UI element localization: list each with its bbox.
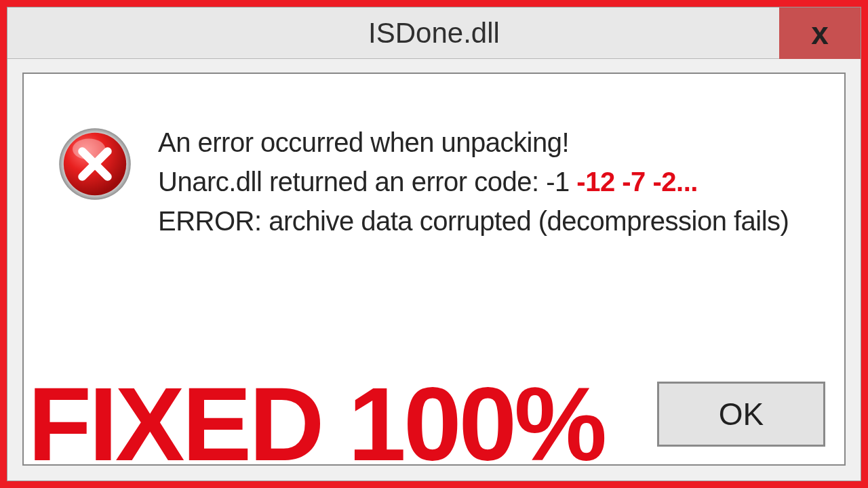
message-line-3: ERROR: archive data corrupted (decompres…	[158, 201, 789, 241]
dialog-title: ISDone.dll	[368, 17, 500, 49]
message-text-block: An error occurred when unpacking! Unarc.…	[158, 123, 789, 241]
dialog-titlebar: ISDone.dll x	[7, 7, 861, 59]
dialog-content-outer: An error occurred when unpacking! Unarc.…	[7, 59, 861, 481]
message-line-2: Unarc.dll returned an error code: -1 -12…	[158, 162, 789, 201]
dialog-content-panel: An error occurred when unpacking! Unarc.…	[22, 73, 846, 466]
message-line-2-prefix: Unarc.dll returned an error code: -1	[158, 167, 576, 197]
ok-button[interactable]: OK	[657, 382, 825, 447]
error-icon	[58, 127, 132, 204]
message-row: An error occurred when unpacking! Unarc.…	[58, 123, 824, 241]
message-line-1: An error occurred when unpacking!	[158, 123, 789, 162]
ok-button-label: OK	[719, 396, 764, 432]
fixed-overlay-text: FIXED 100%	[28, 372, 604, 476]
close-icon: x	[811, 15, 829, 52]
close-button[interactable]: x	[779, 7, 861, 59]
error-dialog: ISDone.dll x	[7, 7, 861, 481]
message-error-codes: -12 -7 -2...	[576, 167, 698, 197]
